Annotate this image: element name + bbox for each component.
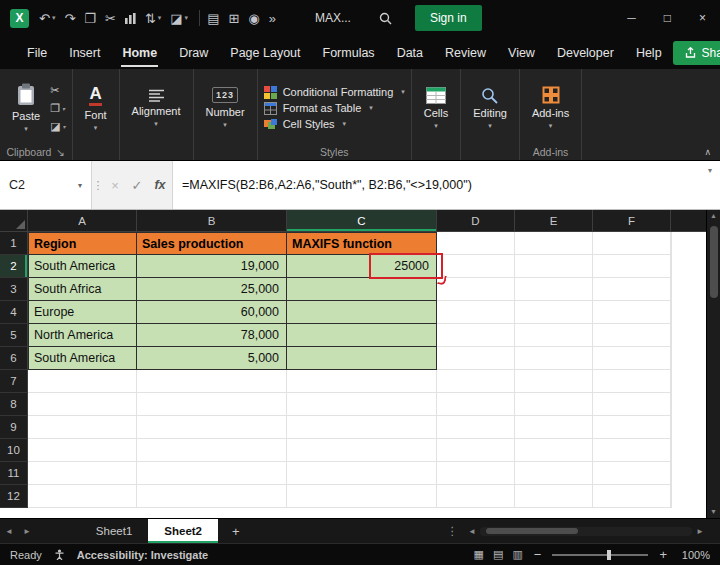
cancel-icon[interactable]: × (104, 161, 126, 209)
insert-function-icon[interactable]: fx (148, 161, 172, 209)
cell-E8[interactable] (515, 393, 593, 416)
tab-file[interactable]: File (16, 38, 58, 68)
cell-styles-dropdown-icon[interactable]: ▾ (343, 120, 347, 128)
redo-icon[interactable]: ↷ (64, 11, 75, 26)
name-box-dropdown-icon[interactable]: ▾ (78, 181, 82, 190)
horizontal-scroll-thumb[interactable] (486, 528, 578, 534)
search-icon[interactable] (379, 12, 392, 25)
cell-B4[interactable]: 60,000 (137, 301, 287, 324)
cell-E4[interactable] (515, 301, 593, 324)
format-as-table-button[interactable]: Format as Table ▾ (264, 102, 405, 115)
horizontal-scroll-track[interactable] (480, 527, 692, 536)
undo-dropdown-icon[interactable]: ▾ (52, 14, 56, 22)
tab-help[interactable]: Help (625, 38, 673, 68)
cell-F12[interactable] (593, 485, 671, 508)
row-header-7[interactable]: 7 (0, 370, 28, 393)
sheet-nav-right-icon[interactable]: ► (18, 519, 36, 543)
cell-A9[interactable] (28, 416, 137, 439)
cell-A6[interactable]: South America (28, 347, 137, 370)
cell-F6[interactable] (593, 347, 671, 370)
pivot-table-icon[interactable]: ⊞ (228, 11, 239, 26)
scroll-left-icon[interactable]: ◄ (468, 527, 476, 536)
zoom-in-icon[interactable]: + (657, 547, 669, 562)
cell-F4[interactable] (593, 301, 671, 324)
normal-view-icon[interactable]: ▦ (474, 548, 484, 561)
row-header-11[interactable]: 11 (0, 462, 28, 485)
scroll-up-icon[interactable]: ▲ (710, 210, 717, 222)
addins-button[interactable]: Add-ins ▾ (526, 84, 575, 132)
cell-A1[interactable]: Region (28, 232, 137, 255)
font-dropdown-icon[interactable]: ▾ (94, 124, 98, 132)
cut-icon[interactable]: ✂ (105, 11, 116, 26)
restore-button[interactable]: □ (650, 0, 685, 36)
cell-D6[interactable] (437, 347, 515, 370)
cell-C5[interactable] (287, 324, 437, 347)
document-icon[interactable]: ▤ (207, 11, 219, 26)
cell-A10[interactable] (28, 439, 137, 462)
horizontal-scrollbar[interactable]: ◄ ► (468, 519, 720, 543)
zoom-level[interactable]: 100% (678, 549, 710, 561)
cut-button[interactable]: ✂ (50, 84, 65, 97)
copy-dropdown-icon[interactable]: ▾ (62, 105, 65, 112)
format-painter-button[interactable]: ◪▾ (50, 120, 65, 133)
page-break-view-icon[interactable]: ▥ (512, 548, 522, 561)
enter-icon[interactable]: ✓ (126, 161, 148, 209)
cell-A2[interactable]: South America (28, 255, 137, 278)
camera-icon[interactable]: ◉ (248, 11, 259, 26)
column-header-A[interactable]: A (28, 210, 137, 232)
cell-C3[interactable] (287, 278, 437, 301)
tab-review[interactable]: Review (434, 38, 497, 68)
tab-view[interactable]: View (497, 38, 546, 68)
tab-insert[interactable]: Insert (58, 38, 111, 68)
cell-D2[interactable] (437, 255, 515, 278)
sort-dropdown-icon[interactable]: ▾ (158, 14, 162, 22)
cell-A5[interactable]: North America (28, 324, 137, 347)
cell-B10[interactable] (137, 439, 287, 462)
cell-A12[interactable] (28, 485, 137, 508)
number-button[interactable]: 123 Number ▾ (200, 85, 251, 131)
cell-C9[interactable] (287, 416, 437, 439)
tab-bar-menu-icon[interactable]: ⋮ (437, 519, 469, 543)
cell-E11[interactable] (515, 462, 593, 485)
cell-F5[interactable] (593, 324, 671, 347)
cell-C8[interactable] (287, 393, 437, 416)
cell-F8[interactable] (593, 393, 671, 416)
zoom-slider[interactable] (552, 554, 648, 556)
row-header-12[interactable]: 12 (0, 485, 28, 508)
copy-button[interactable]: ❐▾ (50, 102, 65, 115)
sign-in-button[interactable]: Sign in (415, 5, 482, 31)
cell-A8[interactable] (28, 393, 137, 416)
format-painter-icon[interactable]: ◪▾ (170, 11, 188, 26)
cell-B1[interactable]: Sales production (137, 232, 287, 255)
cell-styles-button[interactable]: Cell Styles ▾ (264, 118, 405, 131)
row-header-10[interactable]: 10 (0, 439, 28, 462)
cell-F1[interactable] (593, 232, 671, 255)
column-header-B[interactable]: B (137, 210, 287, 232)
row-header-3[interactable]: 3 (0, 278, 28, 301)
row-header-9[interactable]: 9 (0, 416, 28, 439)
cell-A7[interactable] (28, 370, 137, 393)
scroll-right-icon[interactable]: ► (696, 527, 704, 536)
cell-F7[interactable] (593, 370, 671, 393)
cell-F10[interactable] (593, 439, 671, 462)
sort-icon[interactable]: ⇅▾ (145, 11, 161, 26)
paste-dropdown-icon[interactable]: ▾ (24, 125, 28, 133)
column-header-E[interactable]: E (515, 210, 593, 232)
editing-button[interactable]: Editing ▾ (467, 85, 513, 132)
copy-icon[interactable]: ❐ (84, 11, 96, 26)
row-header-1[interactable]: 1 (0, 232, 28, 255)
cell-C7[interactable] (287, 370, 437, 393)
toolbar-overflow-icon[interactable]: » (269, 11, 276, 26)
sheet-tab-sheet2[interactable]: Sheet2 (148, 519, 218, 543)
alignment-button[interactable]: Alignment ▾ (126, 87, 187, 130)
minimize-button[interactable]: ─ (613, 0, 650, 36)
font-button[interactable]: A Font ▾ (79, 83, 113, 134)
tab-formulas[interactable]: Formulas (312, 38, 386, 68)
cell-C6[interactable] (287, 347, 437, 370)
conditional-formatting-button[interactable]: Conditional Formatting ▾ (264, 86, 405, 99)
cell-D7[interactable] (437, 370, 515, 393)
cell-D3[interactable] (437, 278, 515, 301)
row-header-8[interactable]: 8 (0, 393, 28, 416)
excel-logo-icon[interactable]: X (10, 9, 29, 28)
cell-D9[interactable] (437, 416, 515, 439)
